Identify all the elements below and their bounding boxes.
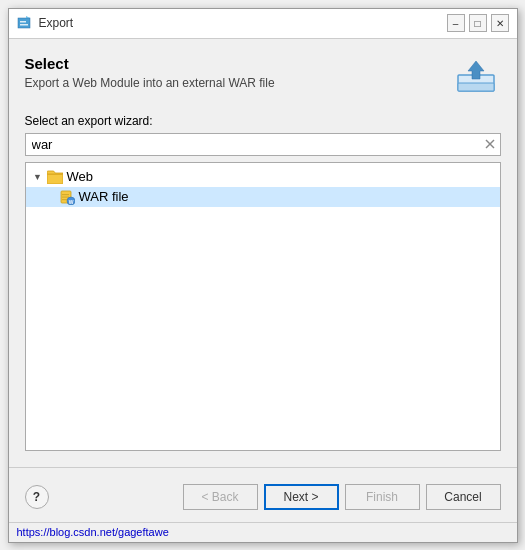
wizard-label: Select an export wizard: bbox=[25, 114, 501, 128]
svg-rect-12 bbox=[62, 196, 69, 197]
search-clear-icon[interactable] bbox=[480, 134, 500, 154]
finish-button[interactable]: Finish bbox=[345, 484, 420, 510]
tree-node-web[interactable]: ▼ Web bbox=[26, 167, 500, 187]
svg-rect-13 bbox=[62, 199, 67, 200]
svg-rect-3 bbox=[20, 24, 28, 26]
window-title: Export bbox=[39, 16, 447, 30]
next-button[interactable]: Next > bbox=[264, 484, 339, 510]
search-input[interactable] bbox=[26, 134, 480, 155]
tree-panel[interactable]: ▼ Web bbox=[25, 162, 501, 451]
web-label: Web bbox=[67, 169, 94, 184]
close-button[interactable]: ✕ bbox=[491, 14, 509, 32]
war-file-label: WAR file bbox=[79, 189, 129, 204]
export-dialog: Export – □ ✕ Select Export a Web Module … bbox=[8, 8, 518, 543]
svg-rect-5 bbox=[458, 83, 494, 91]
tree-node-war[interactable]: W WAR file bbox=[26, 187, 500, 207]
status-bar: https://blog.csdn.net/gageftawe bbox=[9, 522, 517, 542]
maximize-button[interactable]: □ bbox=[469, 14, 487, 32]
svg-rect-2 bbox=[20, 21, 26, 23]
search-row bbox=[25, 133, 501, 156]
content-area: Select Export a Web Module into an exter… bbox=[9, 39, 517, 459]
export-wizard-icon bbox=[451, 55, 501, 100]
header-subtitle: Export a Web Module into an external WAR… bbox=[25, 76, 451, 90]
header-title: Select bbox=[25, 55, 451, 72]
svg-text:W: W bbox=[68, 199, 73, 205]
expand-icon-web[interactable]: ▼ bbox=[30, 169, 46, 185]
minimize-button[interactable]: – bbox=[447, 14, 465, 32]
back-button[interactable]: < Back bbox=[183, 484, 258, 510]
status-url: https://blog.csdn.net/gageftawe bbox=[17, 526, 169, 538]
button-bar: ? < Back Next > Finish Cancel bbox=[9, 476, 517, 522]
separator bbox=[9, 467, 517, 468]
svg-marker-1 bbox=[26, 16, 30, 18]
cancel-button[interactable]: Cancel bbox=[426, 484, 501, 510]
help-button[interactable]: ? bbox=[25, 485, 49, 509]
title-controls: – □ ✕ bbox=[447, 14, 509, 32]
svg-rect-9 bbox=[47, 174, 63, 184]
folder-icon-web bbox=[46, 169, 64, 185]
war-file-icon: W bbox=[58, 189, 76, 205]
header-section: Select Export a Web Module into an exter… bbox=[25, 55, 501, 100]
svg-rect-11 bbox=[62, 194, 69, 195]
window-icon bbox=[17, 15, 33, 31]
title-bar: Export – □ ✕ bbox=[9, 9, 517, 39]
header-text: Select Export a Web Module into an exter… bbox=[25, 55, 451, 90]
svg-rect-0 bbox=[18, 18, 30, 28]
